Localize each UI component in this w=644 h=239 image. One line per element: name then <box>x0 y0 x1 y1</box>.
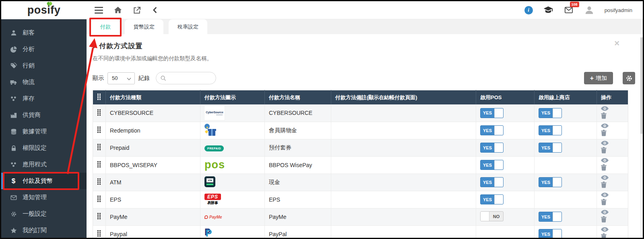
tab-tax-settings[interactable]: 稅率設定 <box>169 19 207 34</box>
add-button[interactable]: + 增加 <box>584 72 613 84</box>
table-body: CYBERSOURCECyberSourceCYBERSOURCEYESYESR… <box>93 104 628 239</box>
records-label: 紀錄 <box>138 75 150 82</box>
sidebar-item-label: 庫存 <box>23 95 35 102</box>
sidebar-item-general-settings[interactable]: 一般設定 <box>1 206 87 222</box>
online-store-toggle[interactable]: YES <box>539 143 562 153</box>
payment-note-cell <box>331 191 476 208</box>
pos-toggle[interactable]: YES <box>480 143 504 153</box>
search-input[interactable] <box>169 75 212 81</box>
table-settings-button[interactable] <box>623 72 635 84</box>
view-button[interactable] <box>601 106 609 112</box>
drag-handle[interactable] <box>97 144 101 150</box>
sidebar-item-logistics[interactable]: 物流 <box>1 74 87 90</box>
view-button[interactable] <box>601 192 609 199</box>
online-store-toggle[interactable]: YES <box>539 212 562 222</box>
view-button[interactable] <box>601 158 609 164</box>
view-button[interactable] <box>601 141 609 147</box>
pos-toggle[interactable]: YES <box>480 177 504 187</box>
column-header: 操作 <box>597 90 628 105</box>
view-button[interactable] <box>601 175 609 182</box>
sidebar-item-data-management[interactable]: 數據管理 <box>1 123 87 140</box>
delete-button[interactable] <box>601 147 607 155</box>
lock-icon <box>10 145 17 151</box>
online-store-toggle[interactable]: YES <box>539 108 562 118</box>
payment-icon-cell: PREPAID <box>200 139 265 156</box>
tab-strip: 付款貨幣設定稅率設定 <box>87 19 643 34</box>
drag-cell <box>93 122 106 139</box>
scrollbar-thumb[interactable] <box>640 37 643 134</box>
toggle-label: YES <box>539 178 553 187</box>
info-button[interactable]: i <box>524 6 533 14</box>
view-button[interactable] <box>601 123 609 130</box>
payment-type-cell: BBPOS_WISEPAY <box>106 156 200 174</box>
tab-payment[interactable]: 付款 <box>91 19 120 34</box>
sidebar-item-marketing[interactable]: 行銷 <box>1 57 87 74</box>
star-icon <box>10 227 17 234</box>
sidebar-item-inventory[interactable]: 庫存 <box>1 90 87 107</box>
close-panel-button[interactable]: × <box>614 39 619 48</box>
table-row: PrepaidPREPAID預付套券YESYES <box>93 139 628 156</box>
messages-button[interactable]: 108 <box>564 6 574 14</box>
delete-button[interactable] <box>601 199 607 206</box>
tutorial-button[interactable] <box>543 5 553 15</box>
drag-handle[interactable] <box>97 230 101 237</box>
user-menu-button[interactable] <box>584 5 594 15</box>
drag-handle[interactable] <box>97 127 101 133</box>
payment-name-cell: 會員購物金 <box>265 122 331 139</box>
posify-logo[interactable]: posify <box>27 4 61 16</box>
payme-logo: PayMe <box>204 215 222 219</box>
pos-toggle[interactable]: YES <box>480 194 504 204</box>
online-store-toggle[interactable]: YES <box>539 177 562 187</box>
menu-toggle-button[interactable] <box>95 7 103 14</box>
delete-button[interactable] <box>601 182 607 189</box>
online-store-toggle[interactable]: YES <box>539 229 562 239</box>
drag-handle[interactable] <box>97 161 101 168</box>
payment-methods-table: 付款方法種類付款方法圖示付款方法名稱付款方法備註(顯示在結帳付款頁面)啟用POS… <box>93 90 628 239</box>
home-icon <box>114 6 122 14</box>
payment-type-cell: Paypal <box>106 225 200 239</box>
sidebar-item-applications[interactable]: 應用程式 <box>1 156 87 173</box>
view-button[interactable] <box>601 227 609 233</box>
sidebar-item-notifications[interactable]: 通知管理 <box>1 189 87 206</box>
pos-toggle[interactable]: YES <box>480 108 504 118</box>
open-external-button[interactable] <box>133 6 141 14</box>
title-row: i 付款方式設置 <box>93 41 643 51</box>
delete-button[interactable] <box>601 112 607 120</box>
drag-handle[interactable] <box>97 109 101 116</box>
column-header: 付款方法備註(顯示在結帳付款頁面) <box>331 90 476 105</box>
logo-area: posify <box>1 4 87 16</box>
online-store-toggle[interactable]: YES <box>539 125 562 135</box>
toggle-knob <box>553 178 561 187</box>
pos-toggle[interactable]: NO <box>480 211 504 221</box>
back-button[interactable] <box>152 6 159 14</box>
sidebar-item-my-subscription[interactable]: 我的訂閱 <box>1 222 87 239</box>
payment-note-cell <box>331 122 476 139</box>
page-size-select[interactable]: 50 <box>107 72 135 84</box>
sidebar-item-payments-currency[interactable]: $付款及貨幣 <box>1 173 87 189</box>
delete-button[interactable] <box>601 130 607 137</box>
vertical-scrollbar[interactable] <box>640 37 643 238</box>
enable-pos-cell <box>476 225 535 239</box>
cubes-icon <box>10 96 17 102</box>
delete-button[interactable] <box>601 164 607 172</box>
sidebar-item-permissions[interactable]: 權限設定 <box>1 140 87 156</box>
sidebar-item-analytics[interactable]: 分析 <box>1 41 87 57</box>
drag-cell <box>93 208 106 225</box>
enable-pos-cell: YES <box>476 104 535 122</box>
tab-currency-settings[interactable]: 貨幣設定 <box>125 19 163 34</box>
pos-toggle[interactable]: YES <box>480 160 504 170</box>
pos-toggle[interactable]: YES <box>480 125 504 135</box>
page-subtitle: 在不同的環境中添加或編輯您的付款類型及名稱。 <box>93 55 643 62</box>
drag-handle[interactable] <box>97 196 101 202</box>
home-button[interactable] <box>114 6 122 14</box>
drag-handle[interactable] <box>97 178 101 185</box>
toggle-knob <box>553 108 561 118</box>
delete-button[interactable] <box>601 216 607 224</box>
drag-handle[interactable] <box>97 213 101 219</box>
view-button[interactable] <box>601 210 609 216</box>
atm-icon-slot <box>206 184 213 185</box>
user-icon <box>10 30 17 36</box>
sidebar-item-suppliers[interactable]: 供貨商 <box>1 107 87 123</box>
delete-button[interactable] <box>601 233 607 239</box>
sidebar-item-customers[interactable]: 顧客 <box>1 25 87 41</box>
